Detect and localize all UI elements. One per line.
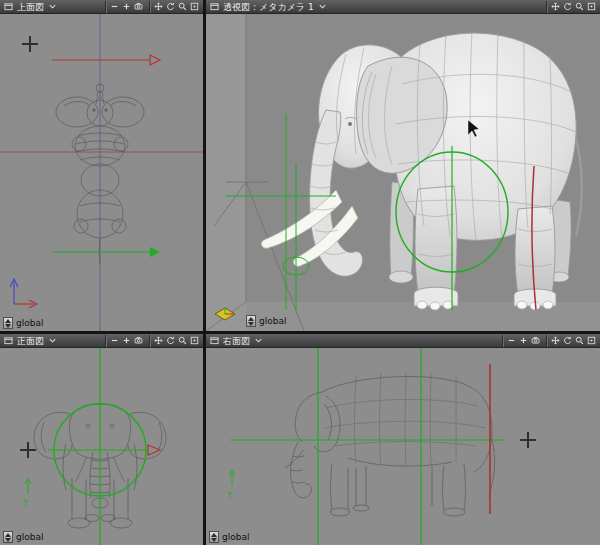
axis-spinner-button[interactable]: [246, 315, 256, 327]
pan-icon[interactable]: [153, 1, 164, 13]
axis-spinner-button[interactable]: [209, 531, 219, 543]
viewport-menu-icon[interactable]: [3, 1, 14, 13]
coordinate-system-label: global: [222, 532, 249, 542]
viewport-top-view: 上面図: [0, 0, 203, 331]
coordinate-system-label: global: [259, 316, 286, 326]
rotation-gizmo[interactable]: [48, 348, 148, 545]
zoom-button-group: [105, 335, 144, 347]
viewport-right-view: 右面図: [206, 334, 600, 545]
navigation-button-group: [546, 335, 597, 347]
viewport-title: 上面図: [17, 0, 44, 14]
axis-spinner-button[interactable]: [3, 531, 13, 543]
rotate-icon[interactable]: [165, 1, 176, 13]
zoom-icon[interactable]: [574, 335, 585, 347]
viewport-canvas-right[interactable]: Y global: [206, 348, 600, 545]
chevron-down-icon[interactable]: [317, 1, 328, 13]
viewport-title: 右面図: [223, 334, 250, 348]
y-axis-indicator: Y: [22, 478, 31, 508]
coordinate-system-label: global: [16, 318, 43, 328]
fit-icon[interactable]: [586, 335, 597, 347]
navigation-button-group: [546, 1, 597, 13]
chevron-down-icon[interactable]: [47, 1, 58, 13]
pan-icon[interactable]: [550, 1, 561, 13]
y-axis-label: Y: [226, 490, 233, 500]
coordinate-selector[interactable]: global: [246, 315, 286, 327]
zoom-icon[interactable]: [177, 1, 188, 13]
green-arrow-handle[interactable]: [52, 247, 160, 257]
coordinate-system-label: global: [16, 532, 43, 542]
fit-icon[interactable]: [586, 1, 597, 13]
minus-icon[interactable]: [506, 335, 517, 347]
rotation-gizmo[interactable]: [230, 348, 504, 545]
navigation-button-group: [149, 1, 200, 13]
viewport-menu-icon[interactable]: [3, 335, 14, 347]
viewport-title: 正面図: [17, 334, 44, 348]
titlebar-perspective: 透視図：メタカメラ 1: [206, 0, 600, 14]
mini-axis-gizmo: [10, 279, 37, 308]
zoom-icon[interactable]: [177, 335, 188, 347]
pan-icon[interactable]: [550, 335, 561, 347]
crosshair-marker: [520, 432, 536, 448]
titlebar-top-view: 上面図: [0, 0, 203, 14]
chevron-down-icon[interactable]: [47, 335, 58, 347]
elephant-wireframe-right[interactable]: [285, 372, 495, 516]
crosshair-marker: [20, 442, 36, 458]
chevron-down-icon[interactable]: [253, 335, 264, 347]
camera-icon[interactable]: [133, 335, 144, 347]
crosshair-marker: [22, 36, 38, 52]
rotate-icon[interactable]: [562, 335, 573, 347]
viewport-canvas-front[interactable]: Y global: [0, 348, 203, 545]
zoom-button-group: [105, 1, 144, 13]
viewport-perspective: 透視図：メタカメラ 1: [206, 0, 600, 331]
coordinate-selector[interactable]: global: [209, 531, 249, 543]
viewport-canvas-perspective[interactable]: global: [206, 14, 600, 331]
fit-icon[interactable]: [189, 335, 200, 347]
coordinate-selector[interactable]: global: [3, 317, 43, 329]
viewport-grid: 上面図: [0, 0, 600, 545]
rotate-icon[interactable]: [165, 335, 176, 347]
y-axis-indicator: Y: [226, 470, 235, 500]
viewport-menu-icon[interactable]: [209, 1, 220, 13]
camera-icon[interactable]: [133, 1, 144, 13]
fit-icon[interactable]: [189, 1, 200, 13]
navigation-button-group: [149, 335, 200, 347]
viewport-menu-icon[interactable]: [209, 335, 220, 347]
plus-icon[interactable]: [121, 335, 132, 347]
zoom-button-group: [502, 335, 541, 347]
minus-icon[interactable]: [109, 335, 120, 347]
rotate-icon[interactable]: [562, 1, 573, 13]
zoom-icon[interactable]: [574, 1, 585, 13]
ground-plane-icon[interactable]: [212, 305, 238, 323]
axis-spinner-button[interactable]: [3, 317, 13, 329]
plus-icon[interactable]: [518, 335, 529, 347]
viewport-canvas-top[interactable]: global: [0, 14, 203, 331]
pan-icon[interactable]: [153, 335, 164, 347]
camera-icon[interactable]: [530, 335, 541, 347]
minus-icon[interactable]: [109, 1, 120, 13]
plus-icon[interactable]: [121, 1, 132, 13]
titlebar-front-view: 正面図: [0, 334, 203, 348]
red-arrow-handle[interactable]: [52, 55, 160, 65]
viewport-title: 透視図：メタカメラ 1: [223, 0, 314, 14]
titlebar-right-view: 右面図: [206, 334, 600, 348]
y-axis-label: Y: [22, 498, 29, 508]
viewport-front-view: 正面図: [0, 334, 203, 545]
coordinate-selector[interactable]: global: [3, 531, 43, 543]
